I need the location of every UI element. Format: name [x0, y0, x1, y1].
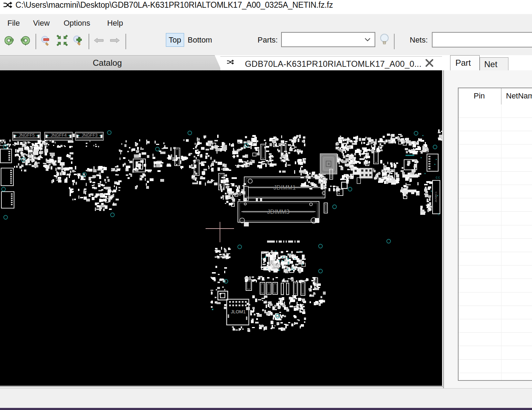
- svg-text:JDIMM3: JDIMM3: [267, 209, 289, 215]
- svg-text:JNGFF5: JNGFF5: [19, 133, 35, 138]
- svg-text:JNGFF3: JNGFF3: [82, 133, 98, 138]
- svg-text:c: c: [436, 175, 438, 179]
- svg-text:JDIMM1: JDIMM1: [273, 184, 296, 191]
- svg-text:c: c: [438, 175, 440, 179]
- svg-text:c: c: [438, 212, 440, 216]
- svg-text:JNGFF4: JNGFF4: [51, 133, 67, 138]
- svg-text:JLOM1: JLOM1: [231, 309, 246, 314]
- svg-text:JUSBC1: JUSBC1: [434, 191, 437, 202]
